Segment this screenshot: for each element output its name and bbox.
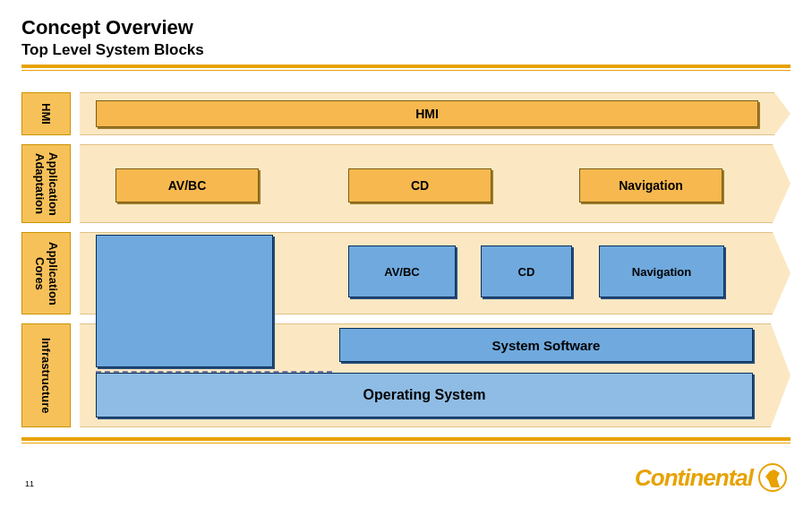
block-cd-core-label: CD (518, 265, 535, 279)
row-band-2: AV/BC CD Navigation (80, 144, 791, 223)
side-label-hmi-text: HMI (39, 103, 53, 125)
side-label-app-adapt: Application Adaptation (21, 144, 71, 223)
brand-logo-text: Continental (635, 464, 753, 492)
side-label-infra: Infrastructure (21, 323, 71, 427)
brand-logo: Continental (635, 463, 787, 492)
block-sys-sw: System Software (339, 328, 753, 362)
block-os: Operating System (96, 373, 753, 418)
row-band-1-arrow-icon (774, 92, 791, 135)
row-band-2-body: AV/BC CD Navigation (80, 144, 773, 223)
block-large-empty (96, 235, 273, 367)
side-label-hmi: HMI (21, 92, 71, 135)
block-avbc-adapt-label: AV/BC (168, 178, 207, 193)
block-cd-core: CD (481, 245, 572, 297)
block-nav-core: Navigation (599, 245, 724, 297)
row-band-4-arrow-icon (771, 323, 791, 427)
block-avbc-core: AV/BC (348, 245, 456, 297)
top-rule (21, 65, 791, 71)
block-cd-adapt: CD (348, 168, 491, 202)
diagram-area: HMI Application Adaptation Application C… (21, 92, 775, 442)
block-hmi-label: HMI (415, 107, 439, 121)
block-os-label: Operating System (363, 387, 486, 403)
row-band-1-body: HMI (80, 92, 774, 135)
block-nav-adapt: Navigation (579, 168, 722, 202)
block-nav-core-label: Navigation (632, 265, 691, 279)
side-label-infra-text: Infrastructure (39, 338, 53, 414)
row-band-2-arrow-icon (773, 144, 791, 223)
block-cd-adapt-label: CD (411, 178, 429, 193)
side-label-app-cores: Application Cores (21, 232, 71, 314)
bottom-rule (21, 437, 791, 443)
block-hmi: HMI (96, 100, 758, 127)
block-avbc-core-label: AV/BC (384, 265, 419, 279)
row-band-3-arrow-icon (773, 232, 791, 314)
side-label-app-cores-text: Application Cores (33, 242, 60, 306)
block-sys-sw-label: System Software (492, 338, 601, 353)
block-avbc-adapt: AV/BC (115, 168, 259, 202)
slide-subtitle: Top Level System Blocks (21, 41, 791, 59)
page-number: 11 (25, 479, 34, 488)
row-band-1: HMI (80, 92, 791, 135)
brand-logo-horse-icon (758, 463, 787, 492)
dashed-separator (96, 371, 332, 373)
side-label-app-adapt-text: Application Adaptation (33, 152, 60, 216)
slide-title: Concept Overview (21, 16, 791, 39)
block-nav-adapt-label: Navigation (619, 178, 683, 193)
